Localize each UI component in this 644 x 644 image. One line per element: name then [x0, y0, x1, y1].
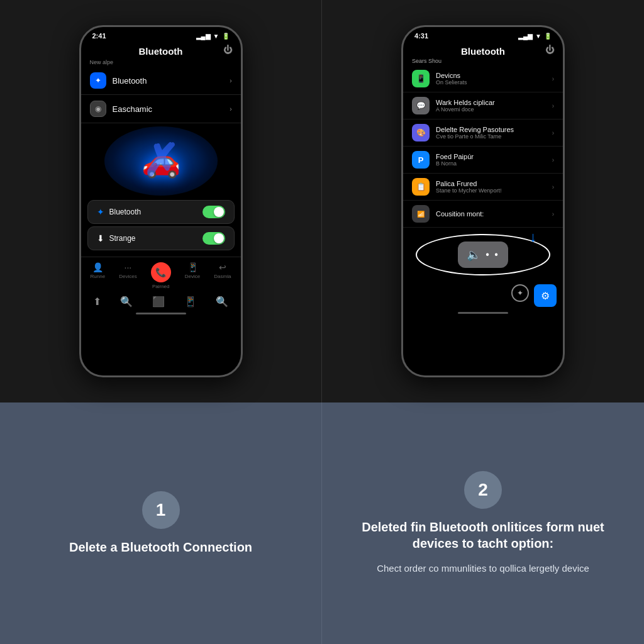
p1-header: Bluetooth ⏻ [81, 42, 241, 59]
settings-label-strange: ⬇ Strange [97, 233, 136, 243]
p2-title-palica: Palica Frured [436, 180, 546, 187]
p1-menu-label: New alpe [81, 59, 241, 67]
car-area: 🚗 ✗ [81, 123, 241, 199]
call-button[interactable]: 📞 [151, 262, 171, 282]
p2-sub-palica: Stane to Mycher Wenport! [436, 187, 546, 194]
nav-up[interactable]: ⬆ [87, 294, 108, 309]
p2-item-devicns[interactable]: 📱 Devicns On Selierats › [403, 65, 563, 92]
strange-toggle[interactable] [203, 232, 225, 245]
bt-circle-button[interactable]: ✦ [511, 284, 529, 302]
bottom-section: 1 Delete a Bluetooth Connection 2 Delete… [0, 402, 644, 644]
p2-title-cousition: Cousition mont: [436, 210, 546, 218]
status-time-1: 2:41 [92, 32, 106, 40]
blue-arrow-icon: ↓ [530, 229, 536, 245]
status-time-2: 4:31 [414, 32, 428, 40]
p2-icon-devicns: 📱 [412, 70, 430, 87]
notch-1 [136, 27, 186, 42]
settings-row-strange[interactable]: ⬇ Strange [87, 226, 235, 250]
car-bg: 🚗 ✗ [104, 126, 218, 196]
phone-frame-2: 4:31 ▂▄▆ ▼ 🔋 Bluetooth ⏻ Sears Shou � [401, 25, 565, 377]
step-number-2: 2 [464, 471, 502, 509]
step-title-2: Deleted fin Bluetooth onlitices form nue… [347, 519, 619, 552]
panel-1: 2:41 ▂▄▆ ▼ 🔋 Bluetooth ⏻ New alpe [0, 0, 322, 402]
p2-item-foed[interactable]: P Foed Paipúr B Norna › [403, 147, 563, 174]
settings-icon: ⚙ [541, 290, 550, 302]
tab-paired[interactable]: 📞 Pairned [151, 262, 171, 289]
tooltip-card[interactable]: 🔈 • • [458, 242, 508, 268]
p2-sub-devicns: On Selierats [436, 79, 546, 86]
bluetooth-toggle[interactable] [203, 206, 225, 218]
p2-power-icon[interactable]: ⏻ [545, 45, 554, 55]
p2-text-devicns: Devicns On Selierats [436, 72, 546, 86]
search-label: Sears Shou [403, 58, 563, 65]
phone-screen-2: 4:31 ▂▄▆ ▼ 🔋 Bluetooth ⏻ Sears Shou � [403, 27, 563, 375]
p2-item-palica[interactable]: 📋 Palica Frured Stane to Mycher Wenport!… [403, 174, 563, 201]
step-panel-2: 2 Deleted fin Bluetooth onlitices form n… [322, 402, 644, 644]
notch-2 [458, 27, 508, 42]
p1-menu-item-bluetooth[interactable]: ✦ Bluetooth › [81, 67, 241, 95]
nav-bar-1: ⬆ 🔍 ⬛ 📱 🔍 [81, 292, 241, 310]
oval-container: ↓ 🔈 • • [409, 230, 557, 279]
toggle-knob-bt [214, 207, 224, 217]
p2-icon-delelte: 🎨 [412, 124, 430, 142]
p1-menu-item-easchamic[interactable]: ◉ Easchamic › [81, 95, 241, 123]
home-indicator-2 [458, 312, 508, 314]
top-section: 2:41 ▂▄▆ ▼ 🔋 Bluetooth ⏻ New alpe [0, 0, 644, 402]
step-number-1: 1 [142, 491, 180, 529]
phone-frame-1: 2:41 ▂▄▆ ▼ 🔋 Bluetooth ⏻ New alpe [79, 25, 243, 377]
p2-title-devicns: Devicns [436, 72, 546, 79]
p2-text-cousition: Cousition mont: [436, 210, 546, 218]
tab-runne[interactable]: 👤 Runne [91, 262, 106, 289]
settings-text-bluetooth: Bluetooth [109, 208, 142, 216]
p2-text-delelte: Delelte Reving Pasotures Cve tio Parte o… [436, 126, 546, 140]
p2-title-foed: Foed Paipúr [436, 153, 546, 160]
step-desc-2: Chect order co mmunlities to qollica ler… [377, 562, 589, 576]
step-panel-1: 1 Delete a Bluetooth Connection [0, 402, 322, 644]
tab-dasmla[interactable]: ↩ Dasmla [214, 262, 231, 289]
p2-sub-foed: B Norna [436, 160, 546, 167]
p2-icon-wark: 💬 [412, 97, 430, 114]
speaker-icon: 🔈 [467, 248, 480, 262]
nav-search[interactable]: 🔍 [114, 294, 139, 309]
p2-text-palica: Palica Frured Stane to Mycher Wenport! [436, 180, 546, 194]
p1-chevron-ea: › [230, 106, 231, 113]
p2-text-foed: Foed Paipúr B Norna [436, 153, 546, 167]
p2-icon-cousition: 📶 [412, 205, 430, 223]
p1-title: Bluetooth [139, 46, 183, 57]
toggle-knob-st [214, 233, 224, 243]
p2-icon-foed: P [412, 151, 430, 169]
home-indicator-1 [136, 313, 186, 314]
tooltip-dots: • • [486, 249, 499, 260]
nav-search2[interactable]: 🔍 [209, 294, 235, 309]
settings-label-bluetooth: ✦ Bluetooth [97, 207, 142, 217]
p2-sub-delelte: Cve tio Parte o Milic Tame [436, 133, 546, 140]
status-icons-1: ▂▄▆ ▼ 🔋 [196, 33, 230, 40]
p2-sub-wark: A Novemi doce [436, 106, 546, 113]
p2-title-wark: Wark Helds ciplicar [436, 99, 546, 106]
p2-item-wark[interactable]: 💬 Wark Helds ciplicar A Novemi doce › [403, 92, 563, 119]
p1-power-icon[interactable]: ⏻ [223, 45, 232, 55]
settings-row-bluetooth[interactable]: ✦ Bluetooth [87, 200, 235, 224]
easchamic-menu-icon: ◉ [90, 101, 106, 117]
phone-screen-1: 2:41 ▂▄▆ ▼ 🔋 Bluetooth ⏻ New alpe [81, 27, 241, 375]
oval-highlight: ↓ 🔈 • • [416, 234, 550, 275]
p2-header: Bluetooth ⏻ [403, 42, 563, 58]
bluetooth-menu-icon: ✦ [90, 72, 106, 89]
p1-menu-text-easchamic: Easchamic [113, 104, 153, 114]
tab-device[interactable]: 📱 Device [185, 262, 200, 289]
nav-square[interactable]: ⬛ [146, 294, 171, 309]
p2-item-delelte[interactable]: 🎨 Delelte Reving Pasotures Cve tio Parte… [403, 119, 563, 147]
p2-item-cousition[interactable]: 📶 Cousition mont: › [403, 201, 563, 228]
settings-text-strange: Strange [109, 234, 136, 243]
p2-icon-palica: 📋 [412, 178, 430, 196]
p1-menu-text-bluetooth: Bluetooth [113, 76, 147, 86]
p2-text-wark: Wark Helds ciplicar A Novemi doce [436, 99, 546, 113]
x-overlay: ✗ [142, 135, 179, 187]
nav-phone[interactable]: 📱 [178, 294, 203, 309]
panel-2: 4:31 ▂▄▆ ▼ 🔋 Bluetooth ⏻ Sears Shou � [322, 0, 644, 402]
p1-chevron-bt: › [230, 77, 231, 84]
p2-title: Bluetooth [461, 46, 505, 57]
tab-devices[interactable]: ··· Devices [119, 262, 136, 289]
settings-action-button[interactable]: ⚙ [534, 284, 557, 307]
tab-bar-1: 👤 Runne ··· Devices 📞 Pairned 📱 Device [81, 257, 241, 292]
